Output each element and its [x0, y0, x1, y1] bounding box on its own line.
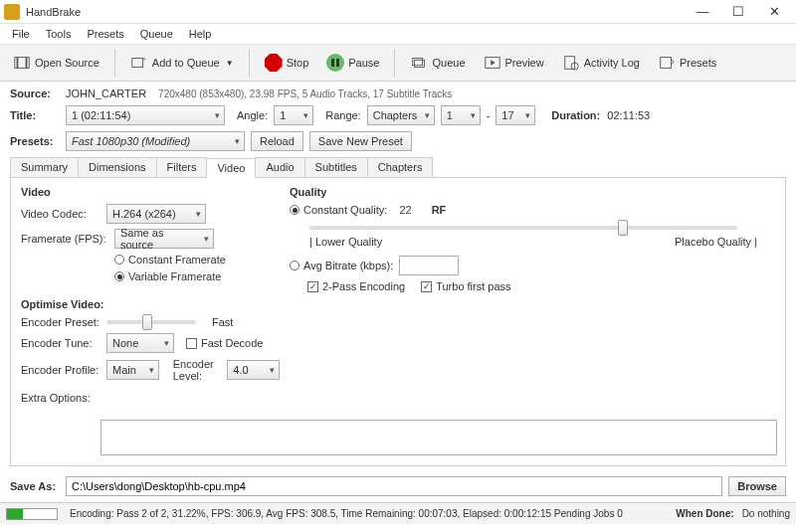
toolbar: Open Source +Add to Queue▼ Stop Pause Qu… [0, 44, 796, 82]
preset-select[interactable]: Fast 1080p30 (Modified) [66, 131, 245, 151]
fast-decode-checkbox[interactable]: Fast Decode [186, 337, 263, 349]
tab-summary[interactable]: Summary [10, 157, 79, 177]
browse-label: Browse [737, 480, 777, 492]
reload-label: Reload [260, 135, 295, 147]
presets-row-label: Presets: [10, 135, 60, 147]
save-as-input[interactable] [66, 476, 722, 496]
presets-icon [658, 54, 676, 72]
open-source-label: Open Source [35, 57, 100, 69]
tab-subtitles[interactable]: Subtitles [304, 157, 368, 177]
avg-bitrate-radio[interactable]: Avg Bitrate (kbps): [290, 260, 393, 271]
menu-help[interactable]: Help [181, 26, 220, 42]
framerate-select[interactable]: Same as source [114, 229, 214, 249]
video-codec-label: Video Codec: [21, 208, 100, 220]
pause-icon [326, 54, 344, 72]
constant-quality-radio[interactable]: Constant Quality: [290, 204, 387, 216]
extra-options-input[interactable] [100, 420, 777, 455]
range-to-value: 17 [501, 109, 513, 121]
turbo-label: Turbo first pass [436, 280, 510, 292]
preset-value: Fast 1080p30 (Modified) [72, 135, 190, 147]
lower-quality-label: | Lower Quality [309, 236, 382, 248]
two-pass-checkbox[interactable]: ✓2-Pass Encoding [307, 280, 405, 292]
tab-strip: Summary Dimensions Filters Video Audio S… [10, 157, 786, 178]
encoder-profile-select[interactable]: Main [106, 360, 159, 380]
title-select[interactable]: 1 (02:11:54) [66, 105, 225, 125]
tab-chapters[interactable]: Chapters [367, 157, 434, 177]
extra-options-label: Extra Options: [21, 392, 100, 404]
close-button[interactable]: ✕ [756, 0, 792, 24]
range-to-select[interactable]: 17 [496, 105, 535, 125]
queue-label: Queue [432, 57, 465, 69]
range-from-select[interactable]: 1 [441, 105, 481, 125]
chevron-down-icon: ▼ [226, 59, 234, 68]
placebo-quality-label: Placebo Quality | [675, 236, 757, 248]
encoder-tune-select[interactable]: None [106, 333, 174, 353]
preview-button[interactable]: Preview [477, 50, 551, 76]
framerate-label: Framerate (FPS): [21, 233, 108, 245]
quality-section-title: Quality [290, 186, 765, 198]
pause-button[interactable]: Pause [319, 50, 386, 76]
angle-label: Angle: [237, 109, 268, 121]
cq-value: 22 [399, 204, 411, 216]
encoder-level-value: 4.0 [233, 364, 248, 376]
preview-label: Preview [505, 57, 544, 69]
activity-log-button[interactable]: Activity Log [555, 50, 647, 76]
range-label: Range: [325, 109, 360, 121]
angle-value: 1 [280, 109, 286, 121]
video-codec-value: H.264 (x264) [112, 208, 176, 220]
turbo-first-pass-checkbox[interactable]: ✓Turbo first pass [421, 280, 510, 292]
avg-bitrate-input[interactable] [399, 256, 459, 275]
status-text: Encoding: Pass 2 of 2, 31.22%, FPS: 306.… [70, 508, 668, 519]
menu-file[interactable]: File [4, 26, 38, 42]
tab-dimensions[interactable]: Dimensions [78, 157, 156, 177]
toolbar-presets-button[interactable]: Presets [651, 50, 723, 76]
encoder-profile-value: Main [112, 364, 136, 376]
variable-framerate-radio[interactable]: Variable Framerate [114, 270, 221, 282]
encoder-level-select[interactable]: 4.0 [227, 360, 280, 380]
video-codec-select[interactable]: H.264 (x264) [106, 204, 206, 224]
queue-button[interactable]: Queue [403, 50, 472, 76]
encoder-preset-label: Encoder Preset: [21, 316, 100, 328]
quality-slider[interactable] [309, 226, 737, 230]
app-title: HandBrake [26, 6, 685, 18]
stop-label: Stop [287, 57, 309, 69]
tab-video[interactable]: Video [206, 158, 256, 178]
when-done-value[interactable]: Do nothing [742, 508, 790, 519]
menu-bar: File Tools Presets Queue Help [0, 24, 796, 44]
angle-select[interactable]: 1 [274, 105, 313, 125]
optimise-section-title: Optimise Video: [21, 298, 280, 310]
open-source-button[interactable]: Open Source [6, 50, 106, 76]
source-meta: 720x480 (853x480), 23.98 FPS, 5 Audio Tr… [158, 89, 452, 99]
encoder-tune-label: Encoder Tune: [21, 337, 100, 349]
title-value: 1 (02:11:54) [72, 109, 130, 121]
fast-decode-label: Fast Decode [201, 337, 263, 349]
constant-framerate-radio[interactable]: Constant Framerate [114, 254, 226, 266]
svg-rect-1 [17, 58, 19, 69]
menu-tools[interactable]: Tools [38, 26, 80, 42]
add-to-queue-label: Add to Queue [152, 57, 220, 69]
avg-bitrate-label: Avg Bitrate (kbps): [303, 260, 393, 271]
save-preset-button[interactable]: Save New Preset [309, 131, 412, 151]
tab-audio[interactable]: Audio [255, 157, 304, 177]
presets-label: Presets [680, 57, 716, 69]
queue-icon [410, 54, 428, 72]
range-type-select[interactable]: Chapters [367, 105, 435, 125]
stop-button[interactable]: Stop [258, 50, 316, 76]
tab-filters[interactable]: Filters [156, 157, 208, 177]
add-to-queue-button[interactable]: +Add to Queue▼ [123, 50, 241, 76]
cq-unit: RF [432, 204, 447, 216]
encoder-preset-slider[interactable] [106, 320, 196, 324]
maximize-button[interactable]: ☐ [720, 0, 756, 24]
cq-label: Constant Quality: [303, 204, 387, 216]
preview-icon [484, 54, 501, 72]
range-sep: - [487, 109, 491, 121]
minimize-button[interactable]: — [685, 0, 720, 24]
menu-presets[interactable]: Presets [79, 26, 131, 42]
reload-button[interactable]: Reload [251, 131, 303, 151]
pause-label: Pause [348, 57, 379, 69]
encoder-preset-value: Fast [212, 316, 233, 328]
menu-queue[interactable]: Queue [132, 26, 181, 42]
svg-text:+: + [142, 55, 147, 64]
title-bar: HandBrake — ☐ ✕ [0, 0, 796, 24]
browse-button[interactable]: Browse [728, 476, 786, 496]
